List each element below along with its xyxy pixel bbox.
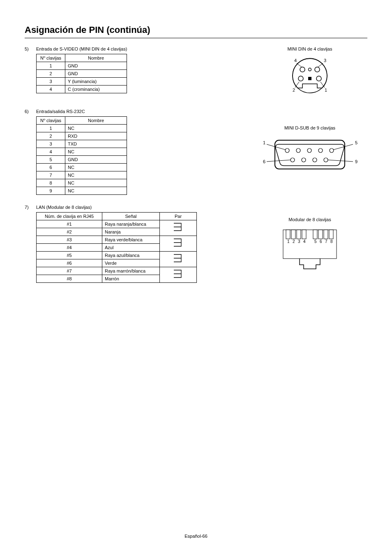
svg-point-20 xyxy=(330,148,334,153)
svg-point-23 xyxy=(313,158,317,162)
t5-h1: Nº clavijas xyxy=(37,54,65,62)
t7-cell: Raya verde/blanca xyxy=(102,236,160,244)
svg-rect-34 xyxy=(286,230,290,239)
t7-cell: #6 xyxy=(37,259,102,267)
t6-cell: 3 xyxy=(37,140,65,148)
t7-cell: #7 xyxy=(37,267,102,275)
svg-rect-41 xyxy=(329,230,333,239)
t7-cell: #2 xyxy=(37,228,102,236)
table-6: Nº clavijas Nombre 1NC 2RXD 3TXD 4NC 5GN… xyxy=(36,116,127,195)
t6-cell: 6 xyxy=(37,164,65,171)
section-6-right: MINI D-SUB de 9 clavijas 1 5 6 xyxy=(252,109,367,178)
t6-cell: NC xyxy=(65,187,127,195)
t6-cell: TXD xyxy=(65,140,127,148)
t5-cell: Y (luminancia) xyxy=(65,78,127,86)
t5-cell: GND xyxy=(65,62,127,70)
section-6-left: Entrada/salida RS-232C Nº clavijas Nombr… xyxy=(36,109,127,195)
svg-point-24 xyxy=(324,158,328,162)
t7-h1: Núm. de clavija en RJ45 xyxy=(37,213,102,220)
svg-text:8: 8 xyxy=(330,239,333,244)
svg-line-10 xyxy=(321,82,325,88)
t7-cell: #3 xyxy=(37,236,102,244)
t7-cell: Azul xyxy=(102,244,160,252)
t5-cell: 4 xyxy=(37,86,65,93)
t6-cell: GND xyxy=(65,156,127,164)
t6-cell: 4 xyxy=(37,148,65,156)
t6-cell: NC xyxy=(65,171,127,179)
svg-rect-40 xyxy=(324,230,328,239)
t7-cell: Raya azul/blanca xyxy=(102,252,160,259)
pair-icon-3 xyxy=(160,252,197,267)
t6-cell: NC xyxy=(65,148,127,156)
page-title: Asignación de PIN (continúa) xyxy=(25,25,367,35)
svg-text:1: 1 xyxy=(287,239,290,244)
svg-point-4 xyxy=(316,76,321,81)
page-footer: Español-66 xyxy=(0,534,392,539)
section-5-left: Entrada de S-VIDEO (MINI DIN de 4 clavij… xyxy=(36,46,127,93)
svg-point-18 xyxy=(307,148,311,153)
t5-cell: 3 xyxy=(37,78,65,86)
t7-cell: #8 xyxy=(37,275,102,283)
svg-text:5: 5 xyxy=(355,140,357,145)
t6-cell: 8 xyxy=(37,179,65,187)
svg-point-21 xyxy=(291,158,295,162)
t7-cell: Naranja xyxy=(102,228,160,236)
t6-cell: NC xyxy=(65,164,127,171)
svg-text:6: 6 xyxy=(263,159,265,164)
t7-cell: #4 xyxy=(37,244,102,252)
section-5: 5) Entrada de S-VIDEO (MINI DIN de 4 cla… xyxy=(25,46,367,99)
svg-text:1: 1 xyxy=(325,88,327,92)
section-7: 7) LAN (Modular de 8 clavijas) Núm. de c… xyxy=(25,205,367,283)
t5-cell: 2 xyxy=(37,70,65,78)
svg-rect-35 xyxy=(291,230,295,239)
pair-icon-4 xyxy=(160,267,197,283)
diagram-5-title: MINI DIN de 4 clavijas xyxy=(252,46,367,51)
t7-cell: #5 xyxy=(37,252,102,259)
svg-point-17 xyxy=(296,148,300,153)
diagram-7-title: Modular de 8 clavijas xyxy=(252,217,367,222)
svg-line-9 xyxy=(295,82,299,88)
t6-cell: NC xyxy=(65,179,127,187)
t5-cell: C (crominancia) xyxy=(65,86,127,93)
svg-text:9: 9 xyxy=(355,159,357,164)
svg-line-27 xyxy=(267,160,291,162)
mini-din-diagram: 4 3 2 1 xyxy=(285,53,334,98)
svg-rect-39 xyxy=(318,230,323,239)
pair-icon-1 xyxy=(160,220,197,236)
svg-point-1 xyxy=(300,67,305,72)
t6-h2: Nombre xyxy=(65,117,127,125)
t6-cell: RXD xyxy=(65,132,127,140)
title-rule xyxy=(25,38,367,38)
section-5-right: MINI DIN de 4 clavijas 4 3 2 1 xyxy=(252,46,367,99)
t5-cell: 1 xyxy=(37,62,65,70)
svg-point-22 xyxy=(302,158,306,162)
section-6-title: Entrada/salida RS-232C xyxy=(36,109,127,114)
section-7-number: 7) xyxy=(25,205,36,210)
section-7-left: LAN (Modular de 8 clavijas) Núm. de clav… xyxy=(36,205,197,283)
table-5: Nº clavijas Nombre 1GND 2GND 3Y (luminan… xyxy=(36,54,127,93)
svg-text:4: 4 xyxy=(294,58,297,63)
svg-text:3: 3 xyxy=(324,58,326,63)
svg-rect-38 xyxy=(313,230,317,239)
svg-point-19 xyxy=(318,148,323,153)
svg-text:6: 6 xyxy=(320,239,322,244)
pair-icon-2 xyxy=(160,236,197,252)
t7-h3: Par xyxy=(160,213,197,220)
svg-rect-37 xyxy=(302,230,306,239)
section-7-title: LAN (Modular de 8 clavijas) xyxy=(36,205,197,210)
t7-cell: Verde xyxy=(102,259,160,267)
svg-line-8 xyxy=(318,63,323,67)
svg-text:2: 2 xyxy=(293,239,295,244)
svg-point-2 xyxy=(315,67,320,72)
rj45-diagram: 1 2 3 4 5 6 7 8 xyxy=(277,224,343,273)
t7-cell: Raya naranja/blanca xyxy=(102,220,160,228)
t7-cell: #1 xyxy=(37,220,102,228)
t6-cell: 5 xyxy=(37,156,65,164)
page: Asignación de PIN (continúa) 5) Entrada … xyxy=(0,0,392,555)
t6-cell: 2 xyxy=(37,132,65,140)
section-5-number: 5) xyxy=(25,46,36,51)
svg-text:5: 5 xyxy=(314,239,317,244)
dsub-diagram: 1 5 6 9 xyxy=(256,132,363,177)
t6-cell: 9 xyxy=(37,187,65,195)
t6-h1: Nº clavijas xyxy=(37,117,65,125)
